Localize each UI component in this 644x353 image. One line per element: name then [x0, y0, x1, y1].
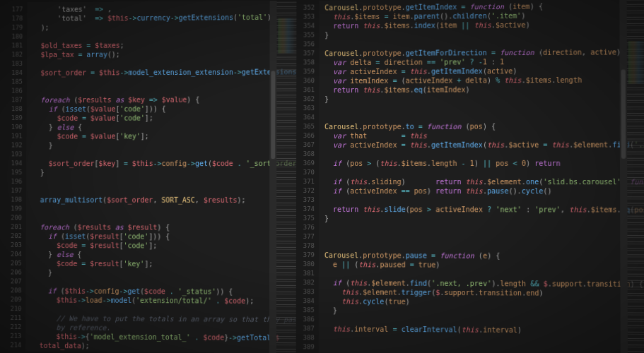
- line-number: 189: [6, 114, 22, 123]
- code-line: array_multisort($sort_order, SORT_ASC, $…: [32, 196, 291, 205]
- line-number: 195: [6, 168, 22, 177]
- code-line: $code = $value['key'];: [32, 131, 291, 140]
- line-number: 374: [298, 205, 315, 214]
- line-number: 366: [298, 131, 315, 140]
- line-number: 362: [298, 95, 315, 104]
- code-area-right[interactable]: Carousel.prototype.getItemIndex = functi…: [319, 0, 644, 353]
- line-number: 191: [6, 132, 22, 141]
- code-line: [324, 112, 641, 122]
- code-line: return this.slide(pos > activeIndex ? 'n…: [324, 205, 642, 215]
- line-number: 353: [298, 13, 315, 22]
- code-line: [324, 196, 642, 205]
- code-line: [32, 150, 291, 159]
- code-line: return this.$items.eq(itemIndex): [324, 85, 641, 95]
- minimap-right[interactable]: [627, 0, 644, 353]
- line-gutter-left: 1771781791801811821831841851861871881891…: [4, 2, 28, 351]
- line-number: 178: [6, 14, 23, 23]
- line-number: 355: [298, 30, 315, 40]
- code-line: if (this.sliding) return this.$element.o…: [324, 177, 642, 186]
- line-number: 371: [298, 177, 315, 186]
- code-line: } else {: [32, 122, 291, 132]
- editor-split-view: 1771781791801811821831841851861871881891…: [4, 0, 644, 353]
- line-number: 384: [298, 297, 315, 306]
- code-line: foreach ($results as $result) {: [32, 222, 291, 232]
- line-number: 213: [5, 332, 22, 341]
- line-number: 372: [298, 186, 315, 196]
- code-line: [32, 177, 291, 186]
- code-line: [32, 186, 291, 196]
- line-number: 193: [6, 150, 22, 159]
- line-number: 367: [298, 140, 315, 150]
- line-number: 382: [298, 278, 315, 287]
- line-number: 192: [6, 141, 22, 150]
- code-line: 'total' => $this->currency->getExtension…: [33, 13, 291, 23]
- code-line: if (isset($value['code'])) {: [32, 104, 291, 114]
- line-number: 196: [6, 177, 22, 186]
- code-line: if (activeIndex == pos) return this.paus…: [324, 186, 642, 196]
- line-number: 190: [6, 123, 22, 132]
- code-line: $sort_order[$key] = $this->config->get($…: [32, 159, 291, 168]
- line-number: 183: [6, 59, 23, 68]
- line-number: 375: [298, 214, 315, 223]
- line-number: 205: [5, 259, 22, 268]
- code-line: $code = $result['key'];: [31, 259, 291, 269]
- line-number: 358: [298, 58, 315, 67]
- line-number: 215: [5, 350, 22, 353]
- code-line: if (isset($result['code'])) {: [32, 232, 291, 241]
- line-number: 360: [298, 76, 315, 85]
- code-line: e || (this.paused = true): [324, 260, 642, 270]
- line-number: 359: [298, 67, 315, 76]
- minimap-left[interactable]: [276, 1, 297, 353]
- line-number: 201: [6, 222, 22, 232]
- line-number: 188: [6, 104, 22, 114]
- line-number: 383: [298, 287, 315, 297]
- line-number: 370: [298, 168, 315, 177]
- line-number: 212: [5, 323, 22, 332]
- code-line: }: [324, 94, 641, 104]
- line-number: 207: [5, 277, 22, 286]
- code-area-left[interactable]: 'taxes' => , 'total' => $this->currency-…: [25, 1, 296, 353]
- line-number: 185: [6, 78, 23, 87]
- line-number: 208: [5, 286, 22, 295]
- line-number: 356: [298, 40, 315, 49]
- line-number: 214: [5, 341, 22, 350]
- code-line: this.cycle(true): [324, 297, 642, 307]
- line-number: 203: [5, 241, 22, 250]
- line-number: 209: [5, 295, 22, 304]
- code-line: } else {: [32, 250, 291, 260]
- line-number: 179: [6, 23, 23, 32]
- line-number: 198: [6, 196, 22, 205]
- line-number: 200: [6, 213, 22, 222]
- line-number: 177: [6, 5, 23, 14]
- line-number: 180: [6, 32, 23, 42]
- line-number: 363: [298, 104, 315, 113]
- line-number: 182: [6, 50, 23, 59]
- line-number: 386: [298, 315, 315, 324]
- editor-pane-left: 1771781791801811821831841851861871881891…: [4, 1, 297, 353]
- code-line: foreach ($results as $key => $value) {: [32, 95, 291, 104]
- line-number: 376: [298, 223, 315, 232]
- code-line: [324, 342, 643, 353]
- line-number: 187: [6, 95, 22, 104]
- code-line: [32, 205, 291, 214]
- code-line: $code = $value['code'];: [32, 113, 291, 123]
- code-line: [324, 223, 642, 233]
- code-line: }: [32, 140, 291, 150]
- line-number: 364: [298, 113, 315, 122]
- line-number: 369: [298, 159, 315, 168]
- line-number: 365: [298, 122, 315, 131]
- code-line: [324, 232, 642, 242]
- line-number: 184: [6, 68, 23, 78]
- line-number: 388: [298, 333, 315, 342]
- line-number: 352: [298, 4, 315, 13]
- line-number: 380: [298, 260, 315, 269]
- code-line: $sort_order = $this->model_extension_ext…: [33, 67, 291, 77]
- code-line: var activeIndex = this.getItemIndex(this…: [324, 140, 641, 150]
- code-line: [33, 76, 291, 86]
- code-line: total_data);: [31, 341, 291, 352]
- code-line: [324, 103, 641, 113]
- line-number: 354: [298, 22, 315, 31]
- line-number: 373: [298, 196, 315, 205]
- line-number: 377: [298, 232, 315, 241]
- line-number: 378: [298, 241, 315, 251]
